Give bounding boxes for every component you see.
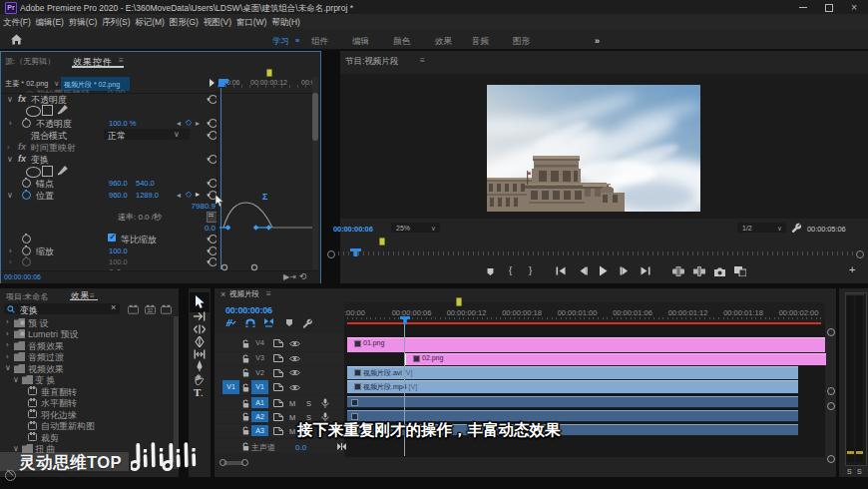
svg-text:32: 32 [148,307,154,313]
